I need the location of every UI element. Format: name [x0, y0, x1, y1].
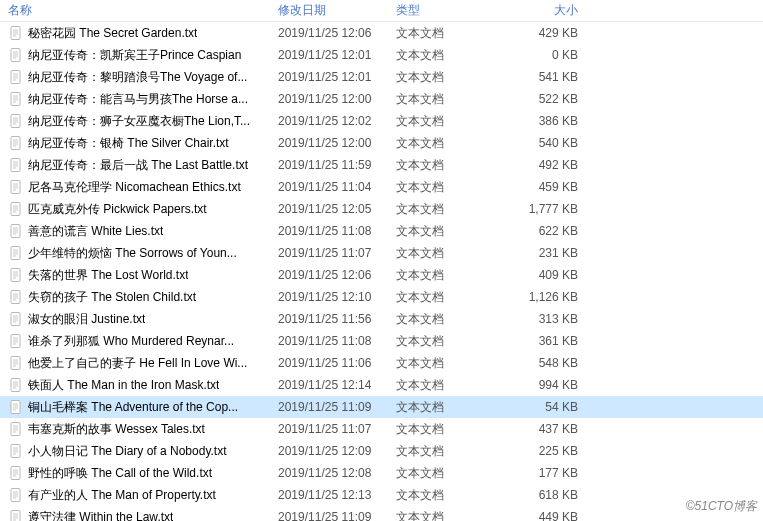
file-size: 540 KB: [504, 136, 584, 150]
svg-rect-55: [11, 269, 20, 282]
file-name-cell: 韦塞克斯的故事 Wessex Tales.txt: [8, 421, 278, 438]
file-name-cell: 铁面人 The Man in the Iron Mask.txt: [8, 377, 278, 394]
file-name: 匹克威克外传 Pickwick Papers.txt: [28, 201, 207, 218]
file-row[interactable]: 尼各马克伦理学 Nicomachean Ethics.txt2019/11/25…: [0, 176, 763, 198]
svg-rect-40: [11, 203, 20, 216]
text-file-icon: [8, 377, 24, 393]
text-file-icon: [8, 355, 24, 371]
file-date: 2019/11/25 12:02: [278, 114, 396, 128]
text-file-icon: [8, 91, 24, 107]
file-type: 文本文档: [396, 311, 504, 328]
file-date: 2019/11/25 12:08: [278, 466, 396, 480]
text-file-icon: [8, 289, 24, 305]
file-row[interactable]: 失落的世界 The Lost World.txt2019/11/25 12:06…: [0, 264, 763, 286]
file-type: 文本文档: [396, 69, 504, 86]
file-size: 177 KB: [504, 466, 584, 480]
svg-rect-5: [11, 49, 20, 62]
file-name-cell: 秘密花园 The Secret Garden.txt: [8, 25, 278, 42]
file-type: 文本文档: [396, 201, 504, 218]
file-list: 秘密花园 The Secret Garden.txt2019/11/25 12:…: [0, 22, 763, 521]
file-type: 文本文档: [396, 355, 504, 372]
file-date: 2019/11/25 12:14: [278, 378, 396, 392]
file-type: 文本文档: [396, 113, 504, 130]
file-size: 449 KB: [504, 510, 584, 521]
text-file-icon: [8, 509, 24, 521]
text-file-icon: [8, 267, 24, 283]
file-type: 文本文档: [396, 267, 504, 284]
file-row[interactable]: 匹克威克外传 Pickwick Papers.txt2019/11/25 12:…: [0, 198, 763, 220]
file-name-cell: 纳尼亚传奇：黎明踏浪号The Voyage of...: [8, 69, 278, 86]
file-size: 994 KB: [504, 378, 584, 392]
file-name: 遵守法律 Within the Law.txt: [28, 509, 173, 522]
file-name-cell: 铜山毛榉案 The Adventure of the Cop...: [8, 399, 278, 416]
file-size: 492 KB: [504, 158, 584, 172]
file-size: 459 KB: [504, 180, 584, 194]
file-name-cell: 纳尼亚传奇：狮子女巫魔衣橱The Lion,T...: [8, 113, 278, 130]
file-name: 野性的呼唤 The Call of the Wild.txt: [28, 465, 212, 482]
file-name-cell: 野性的呼唤 The Call of the Wild.txt: [8, 465, 278, 482]
text-file-icon: [8, 245, 24, 261]
file-size: 1,126 KB: [504, 290, 584, 304]
file-row[interactable]: 纳尼亚传奇：能言马与男孩The Horse a...2019/11/25 12:…: [0, 88, 763, 110]
file-name-cell: 遵守法律 Within the Law.txt: [8, 509, 278, 522]
file-row[interactable]: 善意的谎言 White Lies.txt2019/11/25 11:08文本文档…: [0, 220, 763, 242]
file-size: 409 KB: [504, 268, 584, 282]
file-row[interactable]: 野性的呼唤 The Call of the Wild.txt2019/11/25…: [0, 462, 763, 484]
file-date: 2019/11/25 12:09: [278, 444, 396, 458]
text-file-icon: [8, 223, 24, 239]
file-type: 文本文档: [396, 443, 504, 460]
text-file-icon: [8, 157, 24, 173]
file-size: 225 KB: [504, 444, 584, 458]
svg-rect-45: [11, 225, 20, 238]
file-row[interactable]: 他爱上了自己的妻子 He Fell In Love Wi...2019/11/2…: [0, 352, 763, 374]
svg-rect-75: [11, 357, 20, 370]
file-row[interactable]: 有产业的人 The Man of Property.txt2019/11/25 …: [0, 484, 763, 506]
file-name-cell: 小人物日记 The Diary of a Nobody.txt: [8, 443, 278, 460]
text-file-icon: [8, 69, 24, 85]
file-row[interactable]: 谁杀了列那狐 Who Murdered Reynar...2019/11/25 …: [0, 330, 763, 352]
file-name: 纳尼亚传奇：黎明踏浪号The Voyage of...: [28, 69, 247, 86]
file-row[interactable]: 铜山毛榉案 The Adventure of the Cop...2019/11…: [0, 396, 763, 418]
file-date: 2019/11/25 11:08: [278, 334, 396, 348]
file-date: 2019/11/25 11:08: [278, 224, 396, 238]
file-row[interactable]: 秘密花园 The Secret Garden.txt2019/11/25 12:…: [0, 22, 763, 44]
file-size: 231 KB: [504, 246, 584, 260]
file-row[interactable]: 纳尼亚传奇：最后一战 The Last Battle.txt2019/11/25…: [0, 154, 763, 176]
file-name-cell: 少年维特的烦恼 The Sorrows of Youn...: [8, 245, 278, 262]
column-header-row: 名称 修改日期 类型 大小: [0, 0, 763, 22]
file-name-cell: 他爱上了自己的妻子 He Fell In Love Wi...: [8, 355, 278, 372]
file-date: 2019/11/25 12:13: [278, 488, 396, 502]
file-date: 2019/11/25 11:09: [278, 510, 396, 521]
file-date: 2019/11/25 12:00: [278, 92, 396, 106]
svg-rect-50: [11, 247, 20, 260]
file-name-cell: 善意的谎言 White Lies.txt: [8, 223, 278, 240]
file-row[interactable]: 纳尼亚传奇：凯斯宾王子Prince Caspian2019/11/25 12:0…: [0, 44, 763, 66]
file-row[interactable]: 小人物日记 The Diary of a Nobody.txt2019/11/2…: [0, 440, 763, 462]
column-header-date[interactable]: 修改日期: [278, 2, 396, 19]
file-row[interactable]: 少年维特的烦恼 The Sorrows of Youn...2019/11/25…: [0, 242, 763, 264]
file-size: 437 KB: [504, 422, 584, 436]
file-row[interactable]: 韦塞克斯的故事 Wessex Tales.txt2019/11/25 11:07…: [0, 418, 763, 440]
file-row[interactable]: 淑女的眼泪 Justine.txt2019/11/25 11:56文本文档313…: [0, 308, 763, 330]
file-date: 2019/11/25 11:09: [278, 400, 396, 414]
text-file-icon: [8, 333, 24, 349]
column-header-type[interactable]: 类型: [396, 2, 504, 19]
svg-rect-35: [11, 181, 20, 194]
file-row[interactable]: 纳尼亚传奇：黎明踏浪号The Voyage of...2019/11/25 12…: [0, 66, 763, 88]
file-row[interactable]: 纳尼亚传奇：狮子女巫魔衣橱The Lion,T...2019/11/25 12:…: [0, 110, 763, 132]
svg-rect-0: [11, 27, 20, 40]
file-row[interactable]: 铁面人 The Man in the Iron Mask.txt2019/11/…: [0, 374, 763, 396]
column-header-name[interactable]: 名称: [8, 2, 278, 19]
column-header-size[interactable]: 大小: [504, 2, 584, 19]
file-row[interactable]: 失窃的孩子 The Stolen Child.txt2019/11/25 12:…: [0, 286, 763, 308]
file-type: 文本文档: [396, 487, 504, 504]
file-row[interactable]: 遵守法律 Within the Law.txt2019/11/25 11:09文…: [0, 506, 763, 521]
file-type: 文本文档: [396, 157, 504, 174]
svg-rect-85: [11, 401, 20, 414]
svg-rect-65: [11, 313, 20, 326]
file-date: 2019/11/25 12:00: [278, 136, 396, 150]
svg-rect-105: [11, 489, 20, 502]
text-file-icon: [8, 47, 24, 63]
file-row[interactable]: 纳尼亚传奇：银椅 The Silver Chair.txt2019/11/25 …: [0, 132, 763, 154]
text-file-icon: [8, 443, 24, 459]
